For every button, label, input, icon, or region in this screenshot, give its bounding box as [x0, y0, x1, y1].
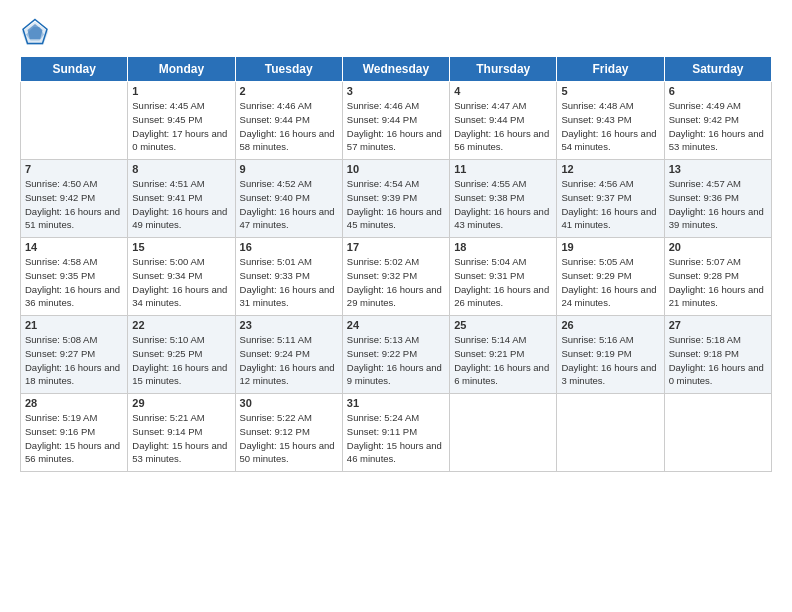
- cell-0-1: 1Sunrise: 4:45 AMSunset: 9:45 PMDaylight…: [128, 82, 235, 160]
- column-header-tuesday: Tuesday: [235, 57, 342, 82]
- cell-0-6: 6Sunrise: 4:49 AMSunset: 9:42 PMDaylight…: [664, 82, 771, 160]
- cell-4-5: [557, 394, 664, 472]
- day-info: Sunrise: 4:56 AMSunset: 9:37 PMDaylight:…: [561, 177, 659, 232]
- week-row-3: 21Sunrise: 5:08 AMSunset: 9:27 PMDayligh…: [21, 316, 772, 394]
- day-info: Sunrise: 5:02 AMSunset: 9:32 PMDaylight:…: [347, 255, 445, 310]
- cell-2-1: 15Sunrise: 5:00 AMSunset: 9:34 PMDayligh…: [128, 238, 235, 316]
- cell-4-0: 28Sunrise: 5:19 AMSunset: 9:16 PMDayligh…: [21, 394, 128, 472]
- cell-4-3: 31Sunrise: 5:24 AMSunset: 9:11 PMDayligh…: [342, 394, 449, 472]
- cell-3-4: 25Sunrise: 5:14 AMSunset: 9:21 PMDayligh…: [450, 316, 557, 394]
- day-number: 15: [132, 241, 230, 253]
- cell-4-2: 30Sunrise: 5:22 AMSunset: 9:12 PMDayligh…: [235, 394, 342, 472]
- day-info: Sunrise: 5:22 AMSunset: 9:12 PMDaylight:…: [240, 411, 338, 466]
- day-number: 31: [347, 397, 445, 409]
- day-info: Sunrise: 4:57 AMSunset: 9:36 PMDaylight:…: [669, 177, 767, 232]
- day-number: 12: [561, 163, 659, 175]
- day-number: 13: [669, 163, 767, 175]
- logo-icon: [20, 18, 50, 48]
- logo: [20, 18, 56, 48]
- day-info: Sunrise: 5:05 AMSunset: 9:29 PMDaylight:…: [561, 255, 659, 310]
- day-number: 4: [454, 85, 552, 97]
- cell-3-0: 21Sunrise: 5:08 AMSunset: 9:27 PMDayligh…: [21, 316, 128, 394]
- cell-2-3: 17Sunrise: 5:02 AMSunset: 9:32 PMDayligh…: [342, 238, 449, 316]
- cell-0-4: 4Sunrise: 4:47 AMSunset: 9:44 PMDaylight…: [450, 82, 557, 160]
- day-info: Sunrise: 5:08 AMSunset: 9:27 PMDaylight:…: [25, 333, 123, 388]
- day-number: 28: [25, 397, 123, 409]
- day-number: 27: [669, 319, 767, 331]
- day-info: Sunrise: 4:54 AMSunset: 9:39 PMDaylight:…: [347, 177, 445, 232]
- day-info: Sunrise: 4:47 AMSunset: 9:44 PMDaylight:…: [454, 99, 552, 154]
- day-info: Sunrise: 4:49 AMSunset: 9:42 PMDaylight:…: [669, 99, 767, 154]
- day-number: 23: [240, 319, 338, 331]
- calendar-header: SundayMondayTuesdayWednesdayThursdayFrid…: [21, 57, 772, 82]
- cell-1-1: 8Sunrise: 4:51 AMSunset: 9:41 PMDaylight…: [128, 160, 235, 238]
- cell-3-3: 24Sunrise: 5:13 AMSunset: 9:22 PMDayligh…: [342, 316, 449, 394]
- cell-4-4: [450, 394, 557, 472]
- calendar-body: 1Sunrise: 4:45 AMSunset: 9:45 PMDaylight…: [21, 82, 772, 472]
- day-number: 10: [347, 163, 445, 175]
- day-info: Sunrise: 4:50 AMSunset: 9:42 PMDaylight:…: [25, 177, 123, 232]
- day-info: Sunrise: 5:14 AMSunset: 9:21 PMDaylight:…: [454, 333, 552, 388]
- header-row: SundayMondayTuesdayWednesdayThursdayFrid…: [21, 57, 772, 82]
- day-info: Sunrise: 5:24 AMSunset: 9:11 PMDaylight:…: [347, 411, 445, 466]
- cell-0-3: 3Sunrise: 4:46 AMSunset: 9:44 PMDaylight…: [342, 82, 449, 160]
- day-number: 2: [240, 85, 338, 97]
- day-number: 25: [454, 319, 552, 331]
- page-container: SundayMondayTuesdayWednesdayThursdayFrid…: [0, 0, 792, 612]
- day-number: 14: [25, 241, 123, 253]
- cell-0-0: [21, 82, 128, 160]
- day-number: 20: [669, 241, 767, 253]
- day-number: 5: [561, 85, 659, 97]
- cell-1-5: 12Sunrise: 4:56 AMSunset: 9:37 PMDayligh…: [557, 160, 664, 238]
- cell-1-4: 11Sunrise: 4:55 AMSunset: 9:38 PMDayligh…: [450, 160, 557, 238]
- column-header-friday: Friday: [557, 57, 664, 82]
- day-number: 30: [240, 397, 338, 409]
- cell-3-1: 22Sunrise: 5:10 AMSunset: 9:25 PMDayligh…: [128, 316, 235, 394]
- cell-3-6: 27Sunrise: 5:18 AMSunset: 9:18 PMDayligh…: [664, 316, 771, 394]
- day-number: 21: [25, 319, 123, 331]
- day-info: Sunrise: 5:10 AMSunset: 9:25 PMDaylight:…: [132, 333, 230, 388]
- day-info: Sunrise: 4:46 AMSunset: 9:44 PMDaylight:…: [240, 99, 338, 154]
- column-header-wednesday: Wednesday: [342, 57, 449, 82]
- cell-2-6: 20Sunrise: 5:07 AMSunset: 9:28 PMDayligh…: [664, 238, 771, 316]
- cell-4-6: [664, 394, 771, 472]
- day-number: 16: [240, 241, 338, 253]
- day-info: Sunrise: 5:19 AMSunset: 9:16 PMDaylight:…: [25, 411, 123, 466]
- week-row-2: 14Sunrise: 4:58 AMSunset: 9:35 PMDayligh…: [21, 238, 772, 316]
- day-number: 6: [669, 85, 767, 97]
- day-info: Sunrise: 5:16 AMSunset: 9:19 PMDaylight:…: [561, 333, 659, 388]
- day-number: 9: [240, 163, 338, 175]
- cell-1-6: 13Sunrise: 4:57 AMSunset: 9:36 PMDayligh…: [664, 160, 771, 238]
- day-info: Sunrise: 5:01 AMSunset: 9:33 PMDaylight:…: [240, 255, 338, 310]
- day-number: 7: [25, 163, 123, 175]
- day-info: Sunrise: 4:51 AMSunset: 9:41 PMDaylight:…: [132, 177, 230, 232]
- day-info: Sunrise: 4:46 AMSunset: 9:44 PMDaylight:…: [347, 99, 445, 154]
- day-info: Sunrise: 5:13 AMSunset: 9:22 PMDaylight:…: [347, 333, 445, 388]
- cell-1-0: 7Sunrise: 4:50 AMSunset: 9:42 PMDaylight…: [21, 160, 128, 238]
- cell-4-1: 29Sunrise: 5:21 AMSunset: 9:14 PMDayligh…: [128, 394, 235, 472]
- week-row-1: 7Sunrise: 4:50 AMSunset: 9:42 PMDaylight…: [21, 160, 772, 238]
- day-number: 29: [132, 397, 230, 409]
- day-info: Sunrise: 4:45 AMSunset: 9:45 PMDaylight:…: [132, 99, 230, 154]
- calendar-table: SundayMondayTuesdayWednesdayThursdayFrid…: [20, 56, 772, 472]
- day-number: 18: [454, 241, 552, 253]
- day-number: 11: [454, 163, 552, 175]
- cell-0-2: 2Sunrise: 4:46 AMSunset: 9:44 PMDaylight…: [235, 82, 342, 160]
- day-info: Sunrise: 4:55 AMSunset: 9:38 PMDaylight:…: [454, 177, 552, 232]
- day-info: Sunrise: 5:00 AMSunset: 9:34 PMDaylight:…: [132, 255, 230, 310]
- week-row-4: 28Sunrise: 5:19 AMSunset: 9:16 PMDayligh…: [21, 394, 772, 472]
- header: [20, 18, 772, 48]
- column-header-sunday: Sunday: [21, 57, 128, 82]
- week-row-0: 1Sunrise: 4:45 AMSunset: 9:45 PMDaylight…: [21, 82, 772, 160]
- day-info: Sunrise: 4:48 AMSunset: 9:43 PMDaylight:…: [561, 99, 659, 154]
- day-info: Sunrise: 5:18 AMSunset: 9:18 PMDaylight:…: [669, 333, 767, 388]
- day-info: Sunrise: 4:58 AMSunset: 9:35 PMDaylight:…: [25, 255, 123, 310]
- day-number: 26: [561, 319, 659, 331]
- day-info: Sunrise: 4:52 AMSunset: 9:40 PMDaylight:…: [240, 177, 338, 232]
- day-number: 3: [347, 85, 445, 97]
- column-header-saturday: Saturday: [664, 57, 771, 82]
- day-number: 22: [132, 319, 230, 331]
- column-header-thursday: Thursday: [450, 57, 557, 82]
- day-number: 24: [347, 319, 445, 331]
- column-header-monday: Monday: [128, 57, 235, 82]
